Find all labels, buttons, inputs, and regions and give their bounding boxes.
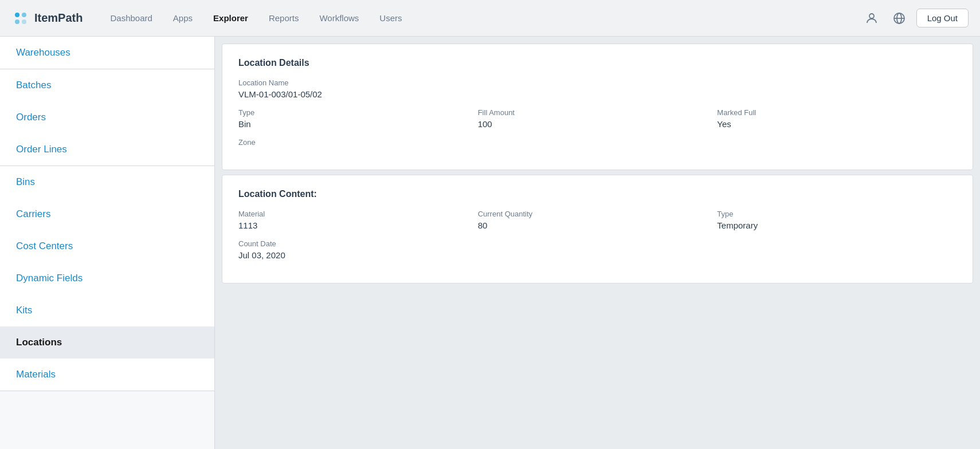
content-type-field: Type Temporary [717,210,957,230]
location-details-row1: Type Bin Fill Amount 100 Marked Full Yes [238,108,957,138]
sidebar-item-dynamic-fields[interactable]: Dynamic Fields [0,262,214,294]
sidebar-item-locations[interactable]: Locations [0,326,214,359]
nav-right: Log Out [861,8,969,29]
nav-users[interactable]: Users [369,9,412,27]
sidebar-item-batches[interactable]: Batches [0,69,214,101]
material-label: Material [238,210,478,218]
nav-dashboard[interactable]: Dashboard [100,9,162,27]
type-value: Bin [238,119,478,129]
svg-point-3 [22,19,26,24]
sidebar-group-2: Batches Orders Order Lines [0,69,214,166]
nav-reports[interactable]: Reports [258,9,309,27]
marked-full-field: Marked Full Yes [717,108,957,129]
marked-full-value: Yes [717,119,957,129]
main-nav: Dashboard Apps Explorer Reports Workflow… [100,9,861,27]
nav-apps[interactable]: Apps [163,9,203,27]
marked-full-label: Marked Full [717,108,957,117]
nav-workflows[interactable]: Workflows [309,9,369,27]
svg-point-1 [22,13,26,17]
svg-point-0 [15,13,19,17]
type-label: Type [238,108,478,117]
svg-point-4 [869,14,874,18]
content-area: Location Details Location Name VLM-01-00… [215,37,980,449]
user-icon [865,11,879,25]
top-nav: ItemPath Dashboard Apps Explorer Reports… [0,0,980,37]
count-date-field: Count Date Jul 03, 2020 [238,239,957,260]
location-name-value: VLM-01-003/01-05/02 [238,89,957,99]
zone-field: Zone [238,138,957,147]
logo-area: ItemPath [11,9,83,27]
logout-button[interactable]: Log Out [916,9,969,27]
content-type-label: Type [717,210,957,218]
globe-icon [892,11,906,25]
sidebar-item-warehouses[interactable]: Warehouses [0,37,214,69]
nav-explorer[interactable]: Explorer [203,9,258,27]
sidebar-item-bins[interactable]: Bins [0,166,214,198]
sidebar-item-materials[interactable]: Materials [0,359,214,391]
sidebar-item-kits[interactable]: Kits [0,294,214,326]
sidebar-group-3: Bins Carriers Cost Centers Dynamic Field… [0,166,214,391]
current-quantity-value: 80 [478,220,718,230]
svg-point-2 [15,19,19,24]
globe-icon-button[interactable] [889,8,910,29]
location-name-field: Location Name VLM-01-003/01-05/02 [238,78,957,99]
current-quantity-label: Current Quantity [478,210,718,218]
fill-amount-value: 100 [478,119,718,129]
fill-amount-field: Fill Amount 100 [478,108,718,129]
location-content-title: Location Content: [238,189,957,199]
logo-icon [11,9,30,27]
sidebar: Warehouses Batches Orders Order Lines Bi… [0,37,215,449]
location-details-card: Location Details Location Name VLM-01-00… [222,44,973,170]
count-date-value: Jul 03, 2020 [238,250,957,260]
user-icon-button[interactable] [861,8,882,29]
location-content-card: Location Content: Material 1113 Current … [222,175,973,283]
logo-text: ItemPath [34,11,83,25]
location-details-title: Location Details [238,58,957,68]
count-date-label: Count Date [238,239,957,248]
zone-label: Zone [238,138,957,147]
main-layout: Warehouses Batches Orders Order Lines Bi… [0,37,980,449]
current-quantity-field: Current Quantity 80 [478,210,718,230]
sidebar-item-order-lines[interactable]: Order Lines [0,133,214,166]
material-field: Material 1113 [238,210,478,230]
sidebar-group-1: Warehouses [0,37,214,69]
sidebar-item-orders[interactable]: Orders [0,101,214,133]
content-type-value: Temporary [717,220,957,230]
fill-amount-label: Fill Amount [478,108,718,117]
location-content-row1: Material 1113 Current Quantity 80 Type T… [238,210,957,239]
sidebar-item-cost-centers[interactable]: Cost Centers [0,230,214,262]
type-field: Type Bin [238,108,478,129]
material-value: 1113 [238,220,478,230]
sidebar-item-carriers[interactable]: Carriers [0,198,214,230]
location-name-label: Location Name [238,78,957,87]
